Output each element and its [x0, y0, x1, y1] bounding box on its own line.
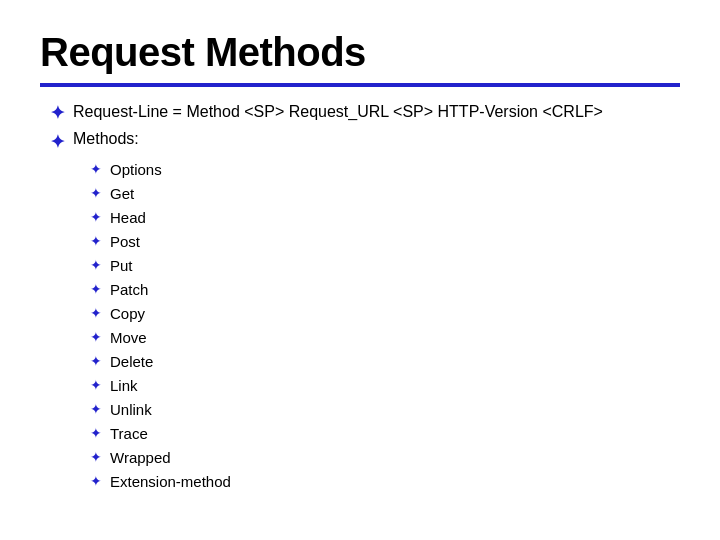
method-item-text: Wrapped — [110, 447, 171, 468]
bullet-icon-level2: ✦ — [90, 353, 102, 369]
method-item-text: Options — [110, 159, 162, 180]
list-item: ✦Unlink — [50, 399, 680, 420]
slide: Request Methods ✦ Request-Line = Method … — [0, 0, 720, 540]
list-item: ✦Options — [50, 159, 680, 180]
bullet-icon-level2: ✦ — [90, 425, 102, 441]
title-underline — [40, 83, 680, 87]
bullet-icon-level2: ✦ — [90, 209, 102, 225]
method-item-text: Move — [110, 327, 147, 348]
method-item-text: Delete — [110, 351, 153, 372]
bullet-icon-level2: ✦ — [90, 305, 102, 321]
bullet-icon-level2: ✦ — [90, 329, 102, 345]
bullet-icon-level2: ✦ — [90, 473, 102, 489]
list-item-methods: ✦ Methods: — [50, 130, 680, 153]
bullet-icon-level2: ✦ — [90, 401, 102, 417]
list-item: ✦Wrapped — [50, 447, 680, 468]
method-item-text: Head — [110, 207, 146, 228]
method-item-text: Put — [110, 255, 133, 276]
bullet-icon-level1-2: ✦ — [50, 131, 65, 153]
list-item: ✦Delete — [50, 351, 680, 372]
list-item: ✦Post — [50, 231, 680, 252]
method-item-text: Unlink — [110, 399, 152, 420]
list-item: ✦Head — [50, 207, 680, 228]
methods-label: Methods: — [73, 130, 139, 148]
method-item-text: Patch — [110, 279, 148, 300]
method-item-text: Post — [110, 231, 140, 252]
methods-list: ✦Options✦Get✦Head✦Post✦Put✦Patch✦Copy✦Mo… — [50, 159, 680, 492]
content-area: ✦ Request-Line = Method <SP> Request_URL… — [40, 101, 680, 492]
list-item: ✦Extension-method — [50, 471, 680, 492]
method-item-text: Get — [110, 183, 134, 204]
bullet-icon-level2: ✦ — [90, 377, 102, 393]
list-item: ✦Patch — [50, 279, 680, 300]
list-item: ✦Trace — [50, 423, 680, 444]
list-item: ✦Put — [50, 255, 680, 276]
list-item: ✦Get — [50, 183, 680, 204]
list-item: ✦Link — [50, 375, 680, 396]
bullet-icon-level2: ✦ — [90, 233, 102, 249]
list-item: ✦Copy — [50, 303, 680, 324]
method-item-text: Link — [110, 375, 138, 396]
list-item-request-line: ✦ Request-Line = Method <SP> Request_URL… — [50, 101, 680, 124]
bullet-icon-level2: ✦ — [90, 257, 102, 273]
list-item: ✦Move — [50, 327, 680, 348]
request-line-text: Request-Line = Method <SP> Request_URL <… — [73, 101, 603, 123]
bullet-icon-level2: ✦ — [90, 449, 102, 465]
bullet-icon-level2: ✦ — [90, 185, 102, 201]
bullet-icon-level2: ✦ — [90, 161, 102, 177]
method-item-text: Trace — [110, 423, 148, 444]
bullet-icon-level2: ✦ — [90, 281, 102, 297]
method-item-text: Extension-method — [110, 471, 231, 492]
method-item-text: Copy — [110, 303, 145, 324]
bullet-icon-level1-1: ✦ — [50, 102, 65, 124]
page-title: Request Methods — [40, 30, 680, 75]
